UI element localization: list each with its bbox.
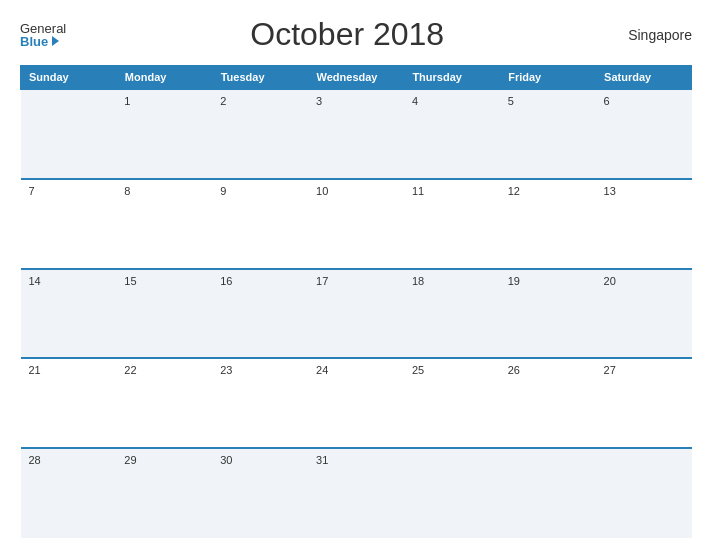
month-title: October 2018 (250, 16, 444, 53)
calendar-cell-w1d6: 13 (596, 179, 692, 269)
calendar-cell-w3d3: 24 (308, 358, 404, 448)
calendar-cell-w0d3: 3 (308, 89, 404, 179)
calendar-table: Sunday Monday Tuesday Wednesday Thursday… (20, 65, 692, 538)
calendar-week-2: 14151617181920 (21, 269, 692, 359)
calendar-cell-w4d0: 28 (21, 448, 117, 538)
logo-general-text: General (20, 22, 66, 35)
calendar-week-3: 21222324252627 (21, 358, 692, 448)
col-saturday: Saturday (596, 66, 692, 90)
calendar-cell-w1d0: 7 (21, 179, 117, 269)
col-friday: Friday (500, 66, 596, 90)
calendar-cell-w4d5 (500, 448, 596, 538)
calendar-week-1: 78910111213 (21, 179, 692, 269)
col-monday: Monday (116, 66, 212, 90)
calendar-cell-w3d0: 21 (21, 358, 117, 448)
calendar-cell-w1d5: 12 (500, 179, 596, 269)
col-tuesday: Tuesday (212, 66, 308, 90)
col-thursday: Thursday (404, 66, 500, 90)
calendar-cell-w4d1: 29 (116, 448, 212, 538)
calendar-header-row: Sunday Monday Tuesday Wednesday Thursday… (21, 66, 692, 90)
calendar-cell-w2d1: 15 (116, 269, 212, 359)
calendar-cell-w3d4: 25 (404, 358, 500, 448)
calendar-cell-w3d1: 22 (116, 358, 212, 448)
calendar-cell-w1d2: 9 (212, 179, 308, 269)
calendar-cell-w1d3: 10 (308, 179, 404, 269)
logo-blue-text: Blue (20, 35, 48, 48)
calendar-cell-w2d6: 20 (596, 269, 692, 359)
calendar-cell-w0d5: 5 (500, 89, 596, 179)
calendar-cell-w2d2: 16 (212, 269, 308, 359)
calendar-cell-w2d3: 17 (308, 269, 404, 359)
calendar-cell-w1d1: 8 (116, 179, 212, 269)
calendar-cell-w0d2: 2 (212, 89, 308, 179)
calendar-week-0: 123456 (21, 89, 692, 179)
calendar-cell-w0d0 (21, 89, 117, 179)
calendar-header: Sunday Monday Tuesday Wednesday Thursday… (21, 66, 692, 90)
calendar-cell-w0d1: 1 (116, 89, 212, 179)
calendar-cell-w4d3: 31 (308, 448, 404, 538)
calendar-cell-w4d6 (596, 448, 692, 538)
col-wednesday: Wednesday (308, 66, 404, 90)
calendar-cell-w3d6: 27 (596, 358, 692, 448)
logo-blue-row: Blue (20, 35, 59, 48)
calendar-cell-w2d4: 18 (404, 269, 500, 359)
calendar-cell-w4d4 (404, 448, 500, 538)
calendar-cell-w0d4: 4 (404, 89, 500, 179)
location-label: Singapore (628, 27, 692, 43)
logo-triangle-icon (52, 36, 59, 46)
calendar-cell-w4d2: 30 (212, 448, 308, 538)
header: General Blue October 2018 Singapore (20, 16, 692, 53)
calendar-cell-w2d5: 19 (500, 269, 596, 359)
calendar-body: 1234567891011121314151617181920212223242… (21, 89, 692, 538)
calendar-week-4: 28293031 (21, 448, 692, 538)
calendar-cell-w2d0: 14 (21, 269, 117, 359)
logo: General Blue (20, 22, 66, 48)
col-sunday: Sunday (21, 66, 117, 90)
calendar-cell-w1d4: 11 (404, 179, 500, 269)
calendar-cell-w3d2: 23 (212, 358, 308, 448)
calendar-cell-w3d5: 26 (500, 358, 596, 448)
calendar-cell-w0d6: 6 (596, 89, 692, 179)
